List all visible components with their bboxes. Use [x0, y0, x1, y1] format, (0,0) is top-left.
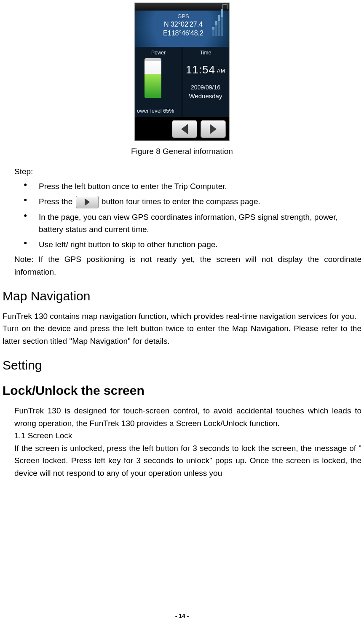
arrow-right-icon	[85, 198, 90, 206]
gps-panel: GPS N 32°02'27.4 E118°46'48.2	[135, 11, 229, 47]
clock-time: 11:54	[186, 63, 215, 76]
dow-value: Wednesday	[186, 92, 225, 100]
nav-row	[135, 118, 229, 140]
arrow-right-icon	[210, 124, 217, 134]
manual-page: GPS N 32°02'27.4 E118°46'48.2 Power ower…	[0, 0, 364, 626]
step-block: Step: Press the left button once to ente…	[0, 165, 364, 278]
time-value: 11:54AM	[186, 63, 225, 76]
note-text: Note: If the GPS positioning is not read…	[14, 253, 361, 278]
nav-right-button[interactable]	[201, 120, 226, 138]
status-bar	[135, 3, 229, 11]
page-number: - 14 -	[0, 613, 364, 619]
li-text-pre: Press the	[39, 197, 75, 206]
nav-left-button[interactable]	[172, 120, 197, 138]
lock-paragraph-2: If the screen is unlocked, press the lef…	[14, 442, 361, 479]
figure-wrapper: GPS N 32°02'27.4 E118°46'48.2 Power ower…	[0, 0, 364, 156]
heading-lock-unlock: Lock/Unlock the screen	[0, 383, 364, 398]
map-paragraph-2: Turn on the device and press the left bu…	[0, 322, 364, 347]
info-row: Power ower level 65% Time 11:54AM 2009/0…	[135, 47, 229, 118]
step-label: Step:	[14, 165, 361, 178]
battery-icon	[145, 58, 161, 98]
power-panel: Power ower level 65%	[135, 47, 182, 118]
heading-map-navigation: Map Navigation	[0, 289, 364, 303]
time-label: Time	[186, 50, 225, 56]
time-panel: Time 11:54AM 2009/09/16 Wednesday	[182, 47, 229, 118]
list-item: In the page, you can view GPS coordinate…	[14, 211, 361, 236]
lock-block: FunTrek 130 is designed for touch-screen…	[0, 405, 364, 479]
li-text-post: button four times to enter the compass p…	[102, 197, 260, 206]
list-item: Press the button four times to enter the…	[14, 195, 361, 208]
lock-subheading: 1.1 Screen Lock	[14, 429, 361, 442]
arrow-left-icon	[181, 124, 188, 134]
date-value: 2009/09/16	[186, 84, 225, 91]
power-label: Power	[139, 50, 178, 56]
figure-caption: Figure 8 General information	[0, 147, 364, 156]
map-paragraph-1: FunTrek 130 contains map navigation func…	[0, 310, 364, 322]
lock-paragraph-1: FunTrek 130 is designed for touch-screen…	[14, 405, 361, 429]
heading-setting: Setting	[0, 358, 364, 372]
signal-icon	[212, 15, 225, 36]
device-screenshot: GPS N 32°02'27.4 E118°46'48.2 Power ower…	[134, 3, 230, 141]
list-item: Press the left button once to enter the …	[14, 180, 361, 192]
list-item: Use left/ right button to skip to other …	[14, 238, 361, 251]
step-list: Press the left button once to enter the …	[14, 180, 361, 251]
clock-ampm: AM	[217, 68, 225, 74]
status-icon	[222, 4, 228, 9]
power-level-text: ower level 65%	[137, 108, 174, 114]
inline-next-button[interactable]	[76, 196, 99, 208]
